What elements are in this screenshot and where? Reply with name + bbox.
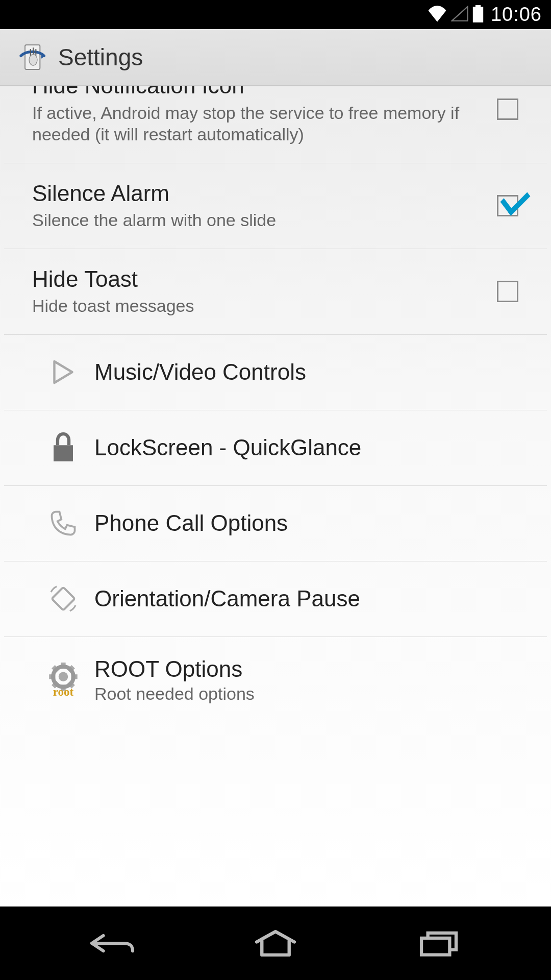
nav-title: Phone Call Options (94, 510, 533, 536)
home-button[interactable] (235, 923, 316, 964)
nav-title: LockScreen - QuickGlance (94, 435, 533, 460)
recents-button[interactable] (398, 923, 480, 964)
svg-rect-0 (473, 7, 483, 22)
pref-title: Silence Alarm (32, 181, 487, 207)
play-icon (32, 358, 94, 386)
app-icon (15, 39, 51, 75)
nav-lockscreen[interactable]: LockScreen - QuickGlance (4, 410, 547, 486)
nav-orientation[interactable]: Orientation/Camera Pause (4, 561, 547, 637)
pref-silence-alarm[interactable]: Silence Alarm Silence the alarm with one… (4, 163, 547, 249)
nav-title: Orientation/Camera Pause (94, 586, 533, 611)
checkbox-checked[interactable] (497, 195, 518, 216)
wifi-icon (428, 6, 447, 24)
pref-title: Hide Toast (32, 266, 487, 292)
pref-subtitle: Hide toast messages (32, 295, 487, 317)
svg-rect-1 (475, 5, 481, 8)
pref-hide-notification[interactable]: Hide Notification Icon If active, Androi… (4, 86, 547, 163)
rotate-icon (32, 582, 94, 615)
pref-title: Hide Notification Icon (32, 86, 487, 99)
action-bar: Settings (0, 29, 551, 86)
checkbox[interactable] (497, 281, 518, 302)
back-button[interactable] (71, 923, 153, 964)
pref-subtitle: Silence the alarm with one slide (32, 209, 487, 231)
svg-rect-4 (54, 446, 73, 462)
nav-root-options[interactable]: root ROOT Options Root needed options (4, 637, 547, 723)
svg-point-3 (29, 55, 37, 65)
checkbox[interactable] (497, 99, 518, 120)
pref-subtitle: If active, Android may stop the service … (32, 102, 487, 145)
battery-icon (472, 5, 484, 24)
nav-subtitle: Root needed options (94, 684, 533, 704)
lock-icon (32, 432, 94, 463)
svg-rect-17 (421, 938, 449, 955)
cell-signal-icon (451, 6, 468, 24)
nav-title: ROOT Options (94, 656, 533, 682)
nav-music-video[interactable]: Music/Video Controls (4, 335, 547, 410)
settings-list[interactable]: Hide Notification Icon If active, Androi… (0, 86, 551, 906)
svg-rect-5 (52, 587, 74, 610)
phone-icon (32, 508, 94, 538)
svg-text:root: root (53, 685, 74, 698)
gear-root-icon: root (32, 661, 94, 699)
status-clock: 10:06 (491, 4, 542, 26)
nav-phone-call[interactable]: Phone Call Options (4, 486, 547, 561)
status-bar: 10:06 (0, 0, 551, 29)
page-title: Settings (58, 43, 143, 71)
pref-hide-toast[interactable]: Hide Toast Hide toast messages (4, 249, 547, 335)
system-nav-bar (0, 906, 551, 980)
svg-point-6 (59, 672, 68, 682)
nav-title: Music/Video Controls (94, 359, 533, 385)
